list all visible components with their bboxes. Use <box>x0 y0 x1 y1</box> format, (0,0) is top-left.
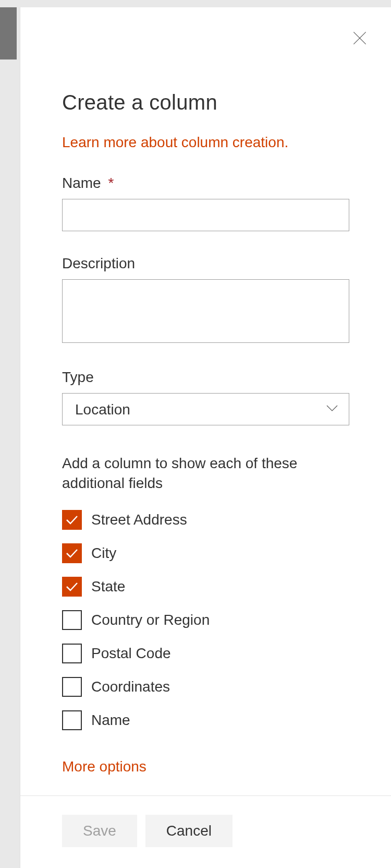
checkbox-row[interactable]: Coordinates <box>62 677 349 697</box>
checkbox-label: Country or Region <box>91 612 210 628</box>
checkbox-box[interactable] <box>62 510 82 530</box>
additional-fields-hint: Add a column to show each of these addit… <box>62 454 349 493</box>
checkbox-label: Name <box>91 712 130 729</box>
checkbox-label: Coordinates <box>91 679 170 695</box>
checkbox-row[interactable]: Country or Region <box>62 610 349 630</box>
type-select-wrapper: Location <box>62 393 349 425</box>
cancel-button[interactable]: Cancel <box>145 815 233 847</box>
checkbox-row[interactable]: State <box>62 577 349 597</box>
checkbox-box[interactable] <box>62 610 82 630</box>
type-select[interactable]: Location <box>62 393 349 425</box>
more-options-link[interactable]: More options <box>62 758 146 775</box>
learn-more-link[interactable]: Learn more about column creation. <box>62 134 288 151</box>
description-label: Description <box>62 255 349 272</box>
type-label: Type <box>62 369 349 386</box>
panel-footer: Save Cancel <box>20 795 391 868</box>
name-input[interactable] <box>62 199 349 231</box>
create-column-panel: Create a column Learn more about column … <box>20 7 391 868</box>
close-icon <box>352 31 367 47</box>
checkbox-label: City <box>91 545 116 562</box>
background-sidebar <box>0 7 17 60</box>
checkbox-label: Postal Code <box>91 645 171 662</box>
description-textarea[interactable] <box>62 279 349 343</box>
checkbox-box[interactable] <box>62 677 82 697</box>
checkbox-row[interactable]: Postal Code <box>62 644 349 663</box>
required-indicator: * <box>108 175 114 191</box>
checkbox-label: Street Address <box>91 512 187 528</box>
checkbox-row[interactable]: Street Address <box>62 510 349 530</box>
checkbox-label: State <box>91 578 125 595</box>
checkbox-row[interactable]: Name <box>62 710 349 730</box>
checkbox-list: Street AddressCityStateCountry or Region… <box>62 510 349 730</box>
panel-content: Create a column Learn more about column … <box>20 7 391 795</box>
checkbox-box[interactable] <box>62 644 82 663</box>
name-label: Name * <box>62 175 349 192</box>
save-button[interactable]: Save <box>62 815 137 847</box>
checkbox-box[interactable] <box>62 577 82 597</box>
close-button[interactable] <box>350 29 369 48</box>
name-label-text: Name <box>62 175 101 191</box>
checkbox-box[interactable] <box>62 710 82 730</box>
checkbox-row[interactable]: City <box>62 543 349 563</box>
panel-title: Create a column <box>62 91 349 114</box>
checkbox-box[interactable] <box>62 543 82 563</box>
